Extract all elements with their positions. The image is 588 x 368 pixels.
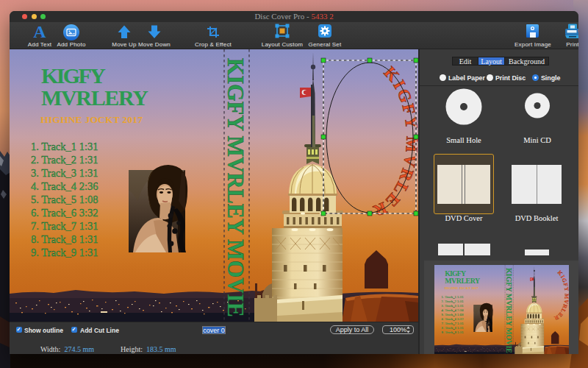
svg-text:A: A bbox=[33, 22, 46, 41]
svg-text:Small Hole: Small Hole bbox=[446, 136, 481, 144]
svg-text:Mini CD: Mini CD bbox=[523, 136, 551, 144]
